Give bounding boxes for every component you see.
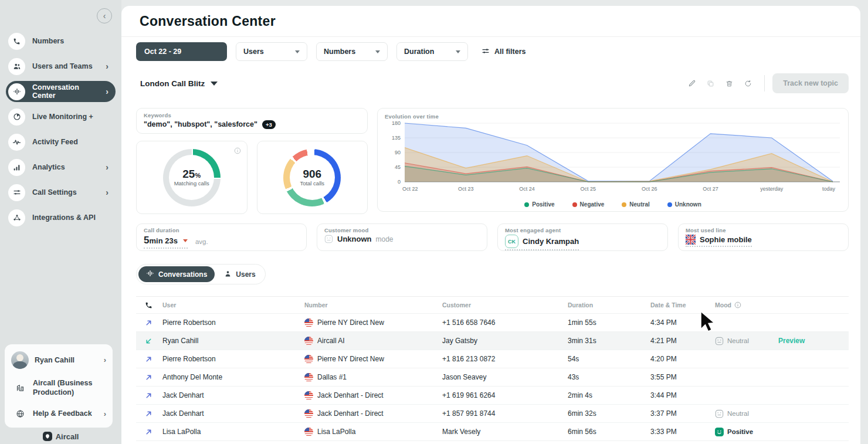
cell-user: Pierre Robertson (162, 318, 304, 327)
cell-number: Lisa LaPolla (304, 428, 442, 436)
matching-calls-unit: % (195, 172, 201, 179)
us-flag-icon (304, 428, 313, 436)
topic-selector[interactable]: London Call Blitz (140, 79, 218, 88)
chevron-right-icon: › (104, 409, 106, 418)
phone-icon (8, 33, 25, 50)
topic-name: London Call Blitz (140, 79, 205, 88)
sidebar-collapse-button[interactable]: ‹ (97, 8, 112, 23)
waveform-icon (8, 83, 25, 100)
main-panel: Conversation Center Oct 22 - 29 UsersNum… (121, 6, 860, 444)
filter-dropdown-numbers[interactable]: Numbers (316, 42, 388, 61)
legend-item-unknown: Unknown (667, 201, 701, 208)
cell-user: Pierre Robertson (162, 355, 304, 363)
keywords-more-badge[interactable]: +3 (262, 120, 276, 129)
used-line-value: Sophie mobile (700, 235, 752, 244)
sidebar-item-call-settings[interactable]: Call Settings› (6, 182, 116, 203)
cell-user: Lisa LaPolla (162, 428, 304, 436)
chevron-right-icon: › (106, 87, 108, 96)
engaged-agent-card[interactable]: Most engaged agent CK Cindy Krampah (497, 223, 668, 251)
legend-item-neutral: Neutral (622, 201, 649, 208)
cell-user: Ryan Cahill (162, 337, 304, 345)
table-row[interactable]: Leah ZelekeLeah Zeleke+1 718 749 26454mi… (136, 441, 849, 444)
sidebar-item-label: Activity Feed (32, 138, 78, 146)
column-user: User (162, 301, 304, 309)
cell-duration: 1min 55s (568, 318, 650, 327)
cell-number: Dallas #1 (304, 373, 442, 382)
tab-users[interactable]: Users (216, 266, 263, 282)
sidebar-item-conversation-center[interactable]: Conversation Center› (6, 81, 116, 102)
sliders-icon (8, 184, 25, 201)
track-new-topic-button[interactable]: Track new topic (772, 73, 849, 93)
svg-text:today: today (822, 186, 836, 192)
tab-conversations[interactable]: Conversations (138, 266, 215, 282)
conversations-table-body: Pierre RobertsonPierre NY Direct New+1 5… (136, 314, 849, 444)
organization-menu-item[interactable]: Aircall (Business Production) (9, 374, 108, 402)
table-row[interactable]: Ryan CahillAircall AIJay Gatsby3min 31s4… (136, 332, 849, 350)
matching-calls-value: 25 (182, 168, 195, 180)
call-duration-label: Call duration (144, 227, 299, 233)
edit-button[interactable] (683, 75, 700, 92)
table-row[interactable]: Lisa LaPollaLisa LaPollaMark Vesely6min … (136, 423, 849, 441)
table-row[interactable]: Anthony Del MonteDallas #1Jason Seavey43… (136, 368, 849, 387)
engaged-agent-label: Most engaged agent (505, 227, 660, 233)
table-row[interactable]: Pierre RobertsonPierre NY Direct New+1 5… (136, 314, 849, 332)
used-line-card[interactable]: Most used line Sophie mobile (678, 223, 849, 251)
delete-button[interactable] (721, 75, 738, 92)
cell-user: Anthony Del Monte (162, 373, 304, 381)
sidebar-item-label: Numbers (32, 37, 64, 45)
filter-dropdown-users[interactable]: Users (236, 42, 307, 61)
topic-toolbar: Track new topic (683, 73, 849, 93)
mood-neutral-icon (715, 337, 724, 345)
info-icon[interactable] (234, 146, 241, 157)
legend-item-negative: Negative (572, 201, 605, 208)
sidebar-item-label: Analytics (32, 163, 65, 171)
sidebar-nav: NumbersUsers and Teams›Conversation Cent… (6, 30, 116, 228)
us-flag-icon (304, 373, 313, 382)
sidebar-item-users-and-teams[interactable]: Users and Teams› (6, 56, 116, 77)
matching-calls-label: Matching calls (174, 180, 209, 187)
avatar (11, 351, 29, 369)
cell-duration: 6min 32s (568, 409, 650, 418)
customer-mood-value: Unknown (337, 235, 372, 243)
analytics-icon (8, 159, 25, 176)
table-row[interactable]: Jack DenhartJack Denhart - Direct+1 857 … (136, 405, 849, 423)
refresh-button[interactable] (740, 75, 757, 92)
waveform-icon (146, 269, 154, 279)
aircall-brand: Aircall (0, 432, 121, 441)
outbound-call-icon (136, 392, 162, 399)
legend-item-positive: Positive (524, 201, 554, 208)
caret-down-icon[interactable] (183, 239, 188, 242)
users-icon (8, 58, 25, 75)
sidebar-item-analytics[interactable]: Analytics› (6, 157, 116, 178)
cell-duration: 6min 56s (568, 428, 650, 436)
keywords-card[interactable]: Keywords "demo", "hubspot", "salesforce"… (136, 108, 368, 134)
duplicate-button[interactable] (702, 75, 719, 92)
preview-link[interactable]: Preview (778, 337, 805, 345)
all-filters-label: All filters (494, 48, 526, 56)
sidebar-item-numbers[interactable]: Numbers (6, 30, 116, 52)
sidebar-item-activity-feed[interactable]: Activity Feed (6, 131, 116, 152)
filter-dropdown-duration[interactable]: Duration (396, 42, 468, 61)
help-feedback-menu-item[interactable]: Help & Feedback › (9, 402, 108, 425)
engaged-agent-value: Cindy Krampah (523, 237, 579, 246)
building-icon (13, 381, 27, 395)
table-row[interactable]: Pierre RobertsonPierre NY Direct New+1 8… (136, 350, 849, 368)
table-row[interactable]: Jack DenhartJack Denhart - Direct+1 619 … (136, 387, 849, 405)
info-icon[interactable] (734, 301, 741, 309)
total-calls-label: Total calls (300, 180, 324, 187)
sidebar-item-integrations-api[interactable]: Integrations & API (6, 207, 116, 228)
keywords-value: "demo", "hubspot", "salesforce" (144, 120, 257, 128)
all-filters-button[interactable]: All filters (482, 47, 526, 57)
table-header: User Number Customer Duration Date & Tim… (136, 296, 849, 314)
integrations-icon (8, 209, 25, 226)
cell-datetime: 3:37 PM (650, 409, 715, 418)
date-range-filter[interactable]: Oct 22 - 29 (136, 42, 227, 61)
sidebar-item-live-monitoring[interactable]: Live Monitoring + (6, 106, 116, 127)
user-menu-item[interactable]: Ryan Cahill › (9, 347, 108, 374)
chevron-down-icon (375, 50, 380, 53)
call-duration-card[interactable]: Call duration 5min 23s avg. (136, 223, 307, 251)
customer-mood-card: Customer mood Unknown mode (317, 223, 487, 251)
svg-text:Oct 25: Oct 25 (581, 186, 596, 192)
legend-dot-icon (622, 202, 626, 207)
outbound-call-icon (136, 374, 162, 381)
